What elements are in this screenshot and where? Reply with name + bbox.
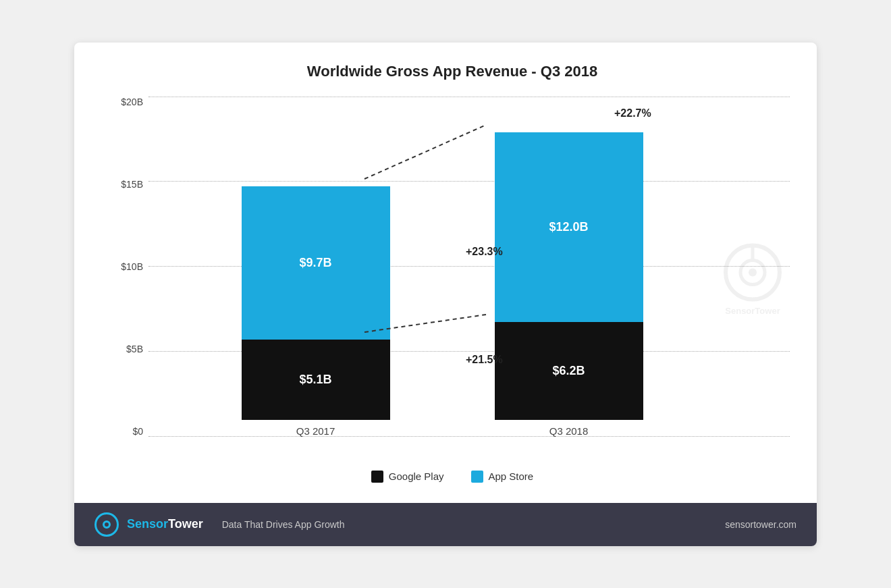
footer-brand-sensor: Sensor <box>127 517 168 531</box>
chart-body: $0 $5B $10B $15B $20B <box>115 97 790 461</box>
bar-group-q3-2017: $5.1B $9.7B Q3 2017 <box>242 186 390 437</box>
bar-segment-gp-2018: $6.2B <box>495 322 643 420</box>
watermark: SensorTower <box>716 242 790 315</box>
y-label-15: $15B <box>115 179 148 190</box>
legend-item-app-store: App Store <box>471 471 534 483</box>
footer-brand-tower: Tower <box>168 517 203 531</box>
y-label-5: $5B <box>115 344 148 354</box>
footer-tagline: Data That Drives App Growth <box>222 519 345 530</box>
legend-dot-google-play <box>371 471 383 483</box>
chart-title: Worldwide Gross App Revenue - Q3 2018 <box>115 63 790 80</box>
footer-left: SensorTower Data That Drives App Growth <box>94 512 345 537</box>
y-label-0: $0 <box>115 426 148 437</box>
y-label-20: $20B <box>115 97 148 107</box>
legend-label-app-store: App Store <box>489 471 534 482</box>
bar-label-q3-2017: Q3 2017 <box>296 425 335 437</box>
bar-segment-as-2018: $12.0B <box>495 132 643 322</box>
footer-url: sensortower.com <box>725 519 796 530</box>
legend-item-google-play: Google Play <box>371 471 444 483</box>
legend: Google Play App Store <box>115 461 790 496</box>
watermark-text: SensorTower <box>716 305 790 315</box>
bar-segment-as-2017: $9.7B <box>242 186 390 340</box>
card: Worldwide Gross App Revenue - Q3 2018 $0… <box>74 43 817 546</box>
legend-label-google-play: Google Play <box>389 471 444 482</box>
footer: SensorTower Data That Drives App Growth … <box>74 503 817 546</box>
watermark-icon <box>722 242 783 302</box>
stacked-bar-q3-2018: $6.2B $12.0B <box>495 132 643 420</box>
chart-area: Worldwide Gross App Revenue - Q3 2018 $0… <box>74 43 817 503</box>
bar-label-q3-2018: Q3 2018 <box>549 425 589 437</box>
svg-point-2 <box>749 268 757 276</box>
sensortower-logo-inner <box>103 520 111 529</box>
footer-brand: SensorTower <box>127 517 203 531</box>
bar-group-q3-2018: $6.2B $12.0B Q3 2018 <box>495 132 643 437</box>
legend-dot-app-store <box>471 471 483 483</box>
y-axis: $0 $5B $10B $15B $20B <box>115 97 148 461</box>
stacked-bar-q3-2017: $5.1B $9.7B <box>242 186 390 420</box>
chart-inner: $5.1B $9.7B Q3 2017 <box>148 97 790 461</box>
bar-segment-gp-2017: $5.1B <box>242 340 390 420</box>
bars-container: $5.1B $9.7B Q3 2017 <box>148 97 736 437</box>
sensortower-logo-icon <box>94 512 119 537</box>
y-label-10: $10B <box>115 261 148 272</box>
